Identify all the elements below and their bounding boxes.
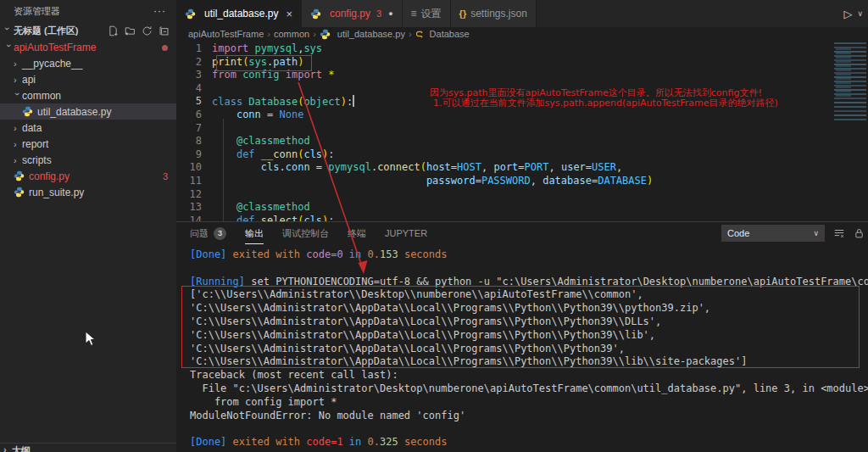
breadcrumb-item[interactable]: common: [274, 29, 309, 39]
code-line-8: 8 @classmethod: [176, 135, 310, 148]
outline-title: 大纲: [12, 444, 31, 452]
tree-item-report[interactable]: ›report: [0, 136, 176, 152]
minimap[interactable]: [834, 42, 866, 120]
output-line: File "c:\Users\Administrator\Desktop\num…: [190, 382, 868, 396]
output-line: ModuleNotFoundError: No module named 'co…: [190, 410, 465, 423]
tab-label: settings.json: [470, 8, 527, 20]
run-dropdown-icon[interactable]: ∨: [857, 9, 863, 18]
explorer-sidebar: 资源管理器 ··· › 无标题 (工作区) ›apiAutoTestFrame›…: [0, 0, 176, 452]
outline-section-header[interactable]: › 大纲: [0, 443, 176, 452]
tree-item-data[interactable]: ›data: [0, 120, 176, 136]
tab-util-database-py[interactable]: util_database.py×: [176, 0, 302, 27]
tree-item-run-suite-py[interactable]: run_suite.py: [0, 184, 176, 200]
tree-item-label: __pycache__: [22, 58, 82, 70]
line-number: 3: [176, 69, 212, 82]
tree-item-label: data: [22, 122, 42, 134]
output-channel-select[interactable]: Code ∨: [721, 225, 825, 242]
code-line-1: 1import pymysql,sys: [176, 42, 322, 56]
lock-icon[interactable]: [854, 227, 865, 239]
refresh-icon[interactable]: [142, 25, 153, 36]
tree-item-util-database-py[interactable]: util_database.py: [0, 103, 176, 120]
tab-bar: util_database.py×config.py3●≡设置{}setting…: [176, 0, 868, 27]
explorer-title: 资源管理器: [14, 5, 60, 18]
panel-tab--[interactable]: 调试控制台: [282, 222, 329, 244]
tree-item-label: run_suite.py: [29, 187, 84, 198]
output-line: [Done] exited with code=1 in 0.325 secon…: [190, 436, 447, 449]
tab-config-py[interactable]: config.py3●: [302, 0, 403, 27]
tab-label: 设置: [421, 7, 442, 21]
tree-item-common[interactable]: ›common: [0, 87, 176, 103]
tab-settings-json[interactable]: {}settings.json: [451, 0, 537, 27]
tree-item--pycache-[interactable]: ›__pycache__: [0, 55, 176, 71]
code-line-4: 4: [176, 82, 212, 96]
panel-tab-jupyter[interactable]: JUPYTER: [385, 222, 427, 244]
vscode-window: 资源管理器 ··· › 无标题 (工作区) ›apiAutoTestFrame›…: [0, 0, 868, 452]
panel-tab--[interactable]: 终端: [348, 222, 366, 244]
class-symbol-icon: [415, 29, 426, 39]
breadcrumb-item[interactable]: util_database.py: [320, 29, 405, 40]
modified-dot-icon: ●: [388, 9, 392, 18]
python-file-icon: [185, 8, 196, 20]
output-line: 'C:\\Users\\Administrator\\AppData\\Loca…: [190, 315, 661, 329]
code-line-2: 2print(sys.path): [176, 56, 303, 70]
bottom-panel: 问题3输出调试控制台终端JUPYTER Code ∨ [Done] exited…: [176, 221, 868, 452]
clear-output-icon[interactable]: [833, 227, 845, 239]
panel-tab--[interactable]: 输出: [245, 222, 264, 244]
python-file-icon: [14, 187, 25, 198]
tab-label: util_database.py: [204, 8, 278, 20]
tree-item-apiautotestframe[interactable]: ›apiAutoTestFrame: [0, 39, 176, 55]
code-line-13: 13 @classmethod: [176, 201, 310, 215]
output-line: [Done] exited with code=0 in 0.153 secon…: [190, 248, 447, 262]
more-actions-icon[interactable]: ···: [153, 5, 166, 17]
line-number: 4: [176, 82, 212, 96]
editor-area: util_database.py×config.py3●≡设置{}setting…: [176, 0, 868, 452]
line-number: 1: [176, 42, 212, 56]
output-line: from config import *: [190, 396, 337, 410]
new-folder-icon[interactable]: [125, 25, 136, 36]
python-file-icon: [310, 8, 321, 20]
breadcrumb: apiAutoTestFrame›common›util_database.py…: [176, 27, 868, 41]
breadcrumb-separator: ›: [409, 29, 412, 39]
close-tab-icon[interactable]: ×: [286, 8, 292, 20]
panel-tab--[interactable]: 问题3: [190, 222, 226, 244]
code-line-7: 7: [176, 122, 212, 136]
tree-item-label: util_database.py: [37, 106, 111, 118]
breadcrumb-item[interactable]: Database: [415, 29, 470, 39]
line-number: 13: [176, 201, 212, 215]
json-braces-icon: {}: [459, 8, 467, 19]
run-file-icon[interactable]: ▷: [843, 8, 852, 20]
tree-item-label: report: [22, 138, 48, 150]
modified-dot: [162, 45, 168, 51]
code-line-11: 11 password=PASSWORD, database=DATABASE): [176, 175, 653, 188]
tab--[interactable]: ≡设置: [403, 0, 451, 27]
chevron-right-icon: ›: [3, 444, 12, 452]
tree-item-label: scripts: [22, 154, 52, 166]
collapse-all-icon[interactable]: [159, 25, 170, 36]
tree-item-label: common: [22, 90, 61, 102]
output-console[interactable]: [Done] exited with code=0 in 0.153 secon…: [176, 244, 868, 452]
workspace-section-header[interactable]: › 无标题 (工作区): [0, 22, 176, 39]
code-line-5: 5class Database(object):: [176, 95, 354, 109]
tree-item-scripts[interactable]: ›scripts: [0, 152, 176, 168]
text-cursor: [353, 95, 354, 107]
line-number: 5: [176, 95, 212, 109]
new-file-icon[interactable]: [108, 25, 119, 36]
breadcrumb-item[interactable]: apiAutoTestFrame: [188, 29, 264, 39]
python-file-icon: [320, 29, 331, 40]
breadcrumb-separator: ›: [267, 29, 270, 39]
tree-item-config-py[interactable]: config.py3: [0, 168, 176, 184]
line-number: 7: [176, 122, 212, 136]
code-line-3: 3from config import *: [176, 69, 335, 82]
line-number: 9: [176, 148, 212, 162]
tab-problems-badge: 3: [376, 8, 381, 19]
tree-item-label: apiAutoTestFrame: [14, 42, 96, 53]
code-line-9: 9 def __conn(cls):: [176, 148, 335, 162]
code-editor[interactable]: 1import pymysql,sys2print(sys.path)3from…: [176, 41, 868, 221]
tree-item-api[interactable]: ›api: [0, 71, 176, 87]
code-line-6: 6 conn = None: [176, 109, 303, 122]
code-line-12: 12: [176, 188, 212, 202]
line-number: 6: [176, 109, 212, 122]
line-number: 2: [176, 56, 212, 70]
settings-list-icon: ≡: [411, 8, 417, 20]
chevron-right-icon: ›: [14, 139, 22, 149]
